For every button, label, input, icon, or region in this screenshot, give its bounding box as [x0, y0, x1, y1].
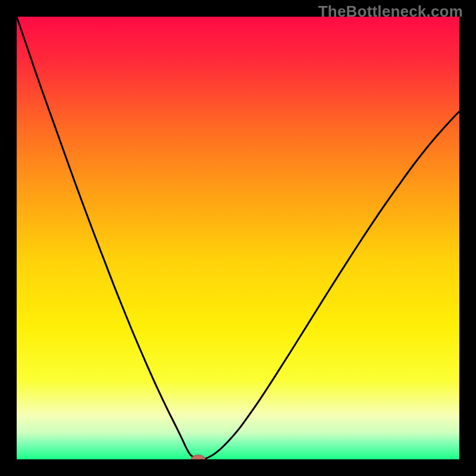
bottleneck-chart — [17, 17, 459, 459]
watermark-text: TheBottleneck.com — [318, 2, 463, 21]
gradient-background — [17, 17, 459, 459]
plot-area — [17, 17, 459, 459]
chart-frame: TheBottleneck.com — [0, 0, 476, 476]
